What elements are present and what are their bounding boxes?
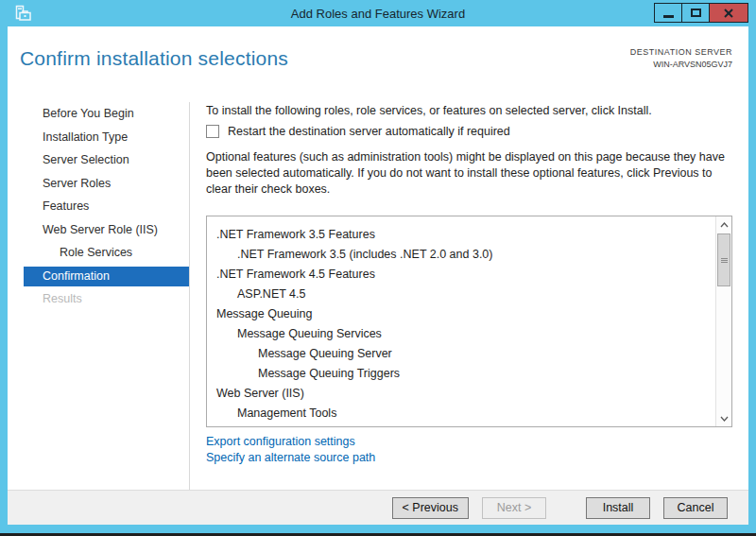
chevron-up-icon: [720, 222, 729, 228]
scroll-down-button[interactable]: [716, 410, 731, 426]
sidebar-item-web-server-role-iis[interactable]: Web Server Role (IIS): [8, 218, 189, 242]
maximize-icon: [691, 9, 701, 17]
list-item: Web Server (IIS): [207, 384, 715, 404]
list-item: Management Tools: [207, 404, 715, 424]
list-item: Message Queuing Triggers: [207, 364, 715, 384]
close-button[interactable]: [709, 3, 748, 23]
scrollbar-grip-icon: [721, 258, 728, 263]
sidebar-item-before-you-begin[interactable]: Before You Begin: [8, 102, 189, 126]
next-button: Next >: [482, 497, 546, 519]
sidebar-item-confirmation[interactable]: Confirmation: [24, 267, 189, 286]
alternate-source-path-link[interactable]: Specify an alternate source path: [206, 450, 375, 466]
sidebar-item-server-selection[interactable]: Server Selection: [8, 148, 189, 172]
list-scrollbar[interactable]: [715, 216, 731, 426]
close-icon: [724, 9, 733, 18]
selected-features-list[interactable]: .NET Framework 3.5 Features .NET Framewo…: [206, 216, 732, 427]
list-item: ASP.NET 4.5: [207, 285, 715, 304]
scrollbar-thumb[interactable]: [717, 233, 730, 286]
intro-text: To install the following roles, role ser…: [206, 104, 732, 117]
list-item: Message Queuing Server: [207, 344, 715, 364]
selected-features-list-content: .NET Framework 3.5 Features .NET Framewo…: [207, 216, 715, 426]
list-item: .NET Framework 3.5 Features: [207, 225, 715, 245]
page-title: Confirm installation selections: [20, 47, 288, 70]
wizard-steps-sidebar: Before You Begin Installation Type Serve…: [8, 102, 190, 490]
maximize-button[interactable]: [681, 3, 710, 23]
cancel-button[interactable]: Cancel: [663, 497, 728, 519]
window-title: Add Roles and Features Wizard: [0, 0, 756, 26]
window-controls: [654, 3, 748, 23]
minimize-icon: [663, 15, 674, 18]
sidebar-item-features[interactable]: Features: [8, 195, 189, 218]
wizard-body: Confirm installation selections DESTINAT…: [8, 26, 748, 490]
list-item: .NET Framework 4.5 Features: [207, 265, 715, 285]
sidebar-item-role-services[interactable]: Role Services: [8, 241, 189, 265]
sidebar-item-results: Results: [8, 287, 189, 311]
previous-button[interactable]: < Previous: [392, 497, 469, 519]
optional-features-note: Optional features (such as administratio…: [206, 149, 732, 198]
list-item: .NET Framework 3.5 (includes .NET 2.0 an…: [207, 245, 715, 265]
wizard-window: Add Roles and Features Wizard Confirm in…: [0, 0, 756, 536]
sidebar-item-installation-type[interactable]: Installation Type: [8, 126, 189, 149]
export-configuration-link[interactable]: Export configuration settings: [206, 434, 375, 450]
destination-server-label: DESTINATION SERVER: [630, 47, 732, 57]
list-item: Message Queuing Services: [207, 324, 715, 344]
scroll-up-button[interactable]: [716, 216, 731, 233]
restart-checkbox-label: Restart the destination server automatic…: [228, 125, 510, 138]
destination-server-name: WIN-ARVSN05GVJ7: [630, 60, 732, 69]
destination-server-block: DESTINATION SERVER WIN-ARVSN05GVJ7: [630, 47, 732, 69]
list-item: Message Queuing: [207, 304, 715, 324]
restart-checkbox-row[interactable]: Restart the destination server automatic…: [206, 125, 510, 138]
minimize-button[interactable]: [654, 3, 682, 23]
titlebar: Add Roles and Features Wizard: [0, 0, 756, 26]
install-button[interactable]: Install: [586, 497, 650, 519]
list-item: IIS Management Console: [207, 424, 715, 426]
action-links: Export configuration settings Specify an…: [206, 434, 375, 466]
wizard-footer: < Previous Next > Install Cancel: [8, 490, 748, 525]
restart-checkbox[interactable]: [206, 125, 219, 138]
chevron-down-icon: [720, 416, 729, 422]
sidebar-item-server-roles[interactable]: Server Roles: [8, 172, 189, 196]
